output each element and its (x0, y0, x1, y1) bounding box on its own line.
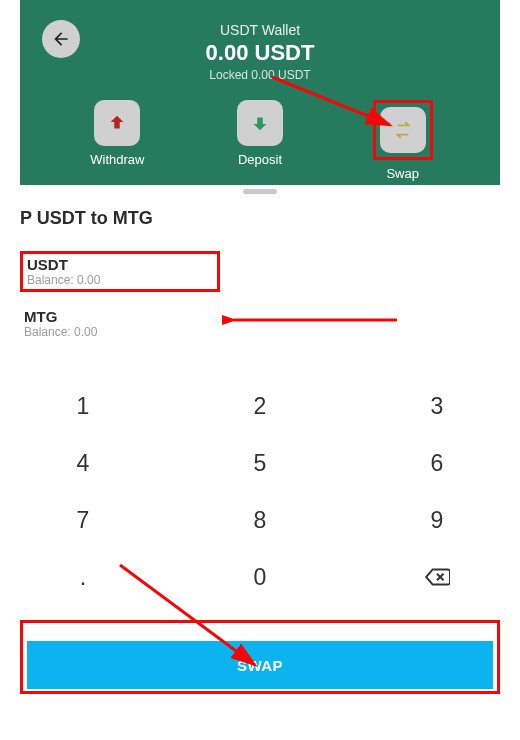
drag-handle[interactable] (243, 189, 277, 194)
key-backspace[interactable] (392, 558, 482, 602)
swap-button[interactable]: SWAP (27, 641, 493, 689)
deposit-label: Deposit (238, 152, 282, 167)
backspace-icon (424, 564, 450, 590)
key-4[interactable]: 4 (38, 444, 128, 483)
wallet-title: USDT Wallet (36, 22, 484, 38)
wallet-locked: Locked 0.00 USDT (36, 68, 484, 82)
wallet-balance: 0.00 USDT (36, 40, 484, 66)
to-balance-label: Balance: 0.00 (24, 325, 496, 339)
key-dot[interactable]: . (38, 558, 128, 602)
from-currency-field[interactable]: USDT Balance: 0.00 (20, 251, 220, 292)
arrow-up-icon (106, 112, 128, 134)
key-3[interactable]: 3 (392, 387, 482, 426)
key-2[interactable]: 2 (215, 387, 305, 426)
to-currency-label: MTG (24, 308, 496, 325)
sheet-title: P USDT to MTG (20, 208, 500, 229)
key-8[interactable]: 8 (215, 501, 305, 540)
key-5[interactable]: 5 (215, 444, 305, 483)
swap-label: Swap (386, 166, 419, 181)
arrow-down-icon (249, 112, 271, 134)
withdraw-action[interactable]: Withdraw (52, 100, 182, 181)
deposit-action[interactable]: Deposit (195, 100, 325, 181)
key-9[interactable]: 9 (392, 501, 482, 540)
annotation-highlight-swap-button: SWAP (20, 620, 500, 694)
withdraw-label: Withdraw (90, 152, 144, 167)
numeric-keypad: 1 2 3 4 5 6 7 8 9 . 0 (20, 387, 500, 602)
key-6[interactable]: 6 (392, 444, 482, 483)
swap-action[interactable]: Swap (338, 100, 468, 181)
arrow-left-icon (51, 29, 71, 49)
key-7[interactable]: 7 (38, 501, 128, 540)
swap-icon (392, 119, 414, 141)
from-balance-label: Balance: 0.00 (27, 273, 213, 287)
back-button[interactable] (42, 20, 80, 58)
wallet-header: USDT Wallet 0.00 USDT Locked 0.00 USDT W… (20, 0, 500, 185)
key-1[interactable]: 1 (38, 387, 128, 426)
from-currency-label: USDT (27, 256, 213, 273)
key-0[interactable]: 0 (215, 558, 305, 602)
annotation-highlight-swap (373, 100, 433, 160)
to-currency-field[interactable]: MTG Balance: 0.00 (20, 306, 500, 341)
